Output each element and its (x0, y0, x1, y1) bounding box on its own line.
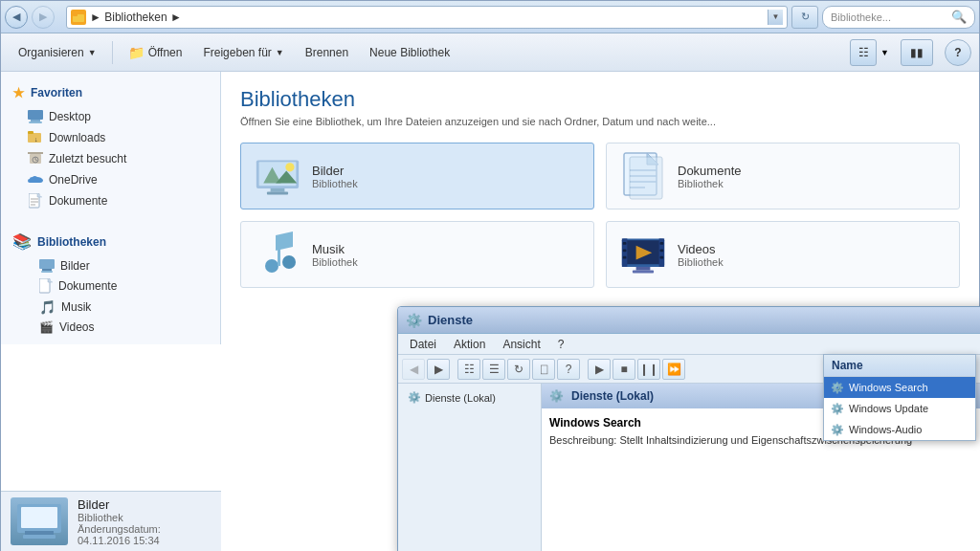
sidebar-item-zuletzt[interactable]: Zuletzt besucht (1, 148, 220, 169)
library-item-musik[interactable]: Musik Bibliothek (240, 221, 594, 288)
preview-date: Änderungsdatum: 04.11.2016 15:34 (78, 523, 212, 546)
title-bar: ◀ ▶ ► Bibliotheken ► ▼ ↻ Bibliotheke... … (1, 1, 979, 33)
d-back-button[interactable]: ◀ (402, 359, 425, 380)
menu-datei[interactable]: Datei (402, 336, 444, 353)
preview-name: Bilder (78, 497, 212, 512)
svg-rect-9 (28, 152, 43, 154)
bibliotheken-header[interactable]: 📚 Bibliotheken (1, 227, 220, 256)
sidebar-item-dokumente-bib[interactable]: Dokumente (1, 276, 220, 297)
library-item-dokumente[interactable]: Dokumente Bibliothek (606, 143, 960, 209)
sidebar-item-desktop[interactable]: Desktop (1, 106, 220, 127)
bilder-type: Bibliothek (312, 178, 358, 189)
musik-icon: 🎵 (39, 299, 56, 315)
sidebar-scroll: ★ Favoriten Desktop ↓ Downloads (1, 72, 221, 344)
service-list-item-1[interactable]: ⚙️ Windows Update (824, 398, 975, 419)
zuletzt-icon (28, 151, 43, 166)
dokumente-fav-label: Dokumente (49, 194, 107, 208)
desktop-icon (28, 109, 43, 124)
downloads-icon: ↓ (28, 130, 43, 145)
svg-point-29 (285, 163, 294, 171)
dienste-lokal-left-icon: ⚙️ (408, 391, 421, 404)
d-help-button[interactable]: ? (557, 359, 580, 380)
d-restart-button[interactable]: ⏩ (662, 359, 685, 380)
status-preview: Bilder Bibliothek Änderungsdatum: 04.11.… (11, 497, 212, 546)
star-icon: ★ (12, 85, 25, 100)
neue-bibliothek-button[interactable]: Neue Bibliothek (360, 38, 459, 67)
svg-rect-19 (41, 271, 53, 273)
favoriten-label: Favoriten (31, 86, 82, 99)
freigeben-dropdown-icon: ▼ (276, 48, 284, 57)
svg-rect-24 (23, 535, 56, 539)
library-item-videos[interactable]: Videos Bibliothek (606, 221, 960, 288)
bilder-info: Bilder Bibliothek (312, 164, 358, 189)
address-bar[interactable]: ► Bibliotheken ► ▼ (66, 6, 788, 29)
view-dropdown-icon[interactable]: ▼ (880, 48, 889, 57)
svg-rect-30 (271, 188, 285, 192)
d-stop-button[interactable]: ■ (612, 359, 635, 380)
view-toggle-button[interactable]: ☷ (850, 39, 877, 66)
refresh-button[interactable]: ↻ (791, 6, 818, 29)
sidebar-item-bilder[interactable]: Bilder (1, 256, 220, 276)
address-text: ► Bibliotheken ► (90, 11, 764, 24)
zuletzt-label: Zuletzt besucht (49, 152, 126, 165)
address-dropdown[interactable]: ▼ (768, 10, 783, 25)
d-refresh-button[interactable]: ↻ (507, 359, 530, 380)
dienste-title-bar: ⚙️ Dienste (398, 307, 980, 334)
d-desc-button[interactable]: ☰ (482, 359, 505, 380)
library-grid: Bilder Bibliothek (240, 143, 960, 288)
sidebar-item-videos[interactable]: 🎬 Videos (1, 318, 220, 337)
sidebar-item-onedrive[interactable]: OneDrive (1, 169, 220, 190)
dokumente-type: Bibliothek (678, 178, 741, 189)
oeffnen-button[interactable]: 📁 Öffnen (119, 38, 192, 67)
brennen-button[interactable]: Brennen (296, 38, 358, 67)
svg-rect-47 (623, 249, 627, 252)
dienste-lokal-left[interactable]: ⚙️ Dienste (Lokal) (404, 389, 535, 406)
svg-rect-1 (73, 13, 78, 16)
preview-pane-button[interactable]: ▮▮ (901, 39, 933, 66)
musik-type: Bibliothek (312, 256, 358, 268)
svg-rect-53 (636, 267, 651, 271)
d-list-button[interactable]: ☷ (457, 359, 480, 380)
organisieren-dropdown-icon: ▼ (88, 48, 97, 57)
d-forward-button[interactable]: ▶ (427, 359, 450, 380)
organisieren-button[interactable]: Organisieren ▼ (9, 38, 106, 67)
sidebar: ★ Favoriten Desktop ↓ Downloads (1, 72, 221, 551)
content-subtitle: Öffnen Sie eine Bibliothek, um Ihre Date… (240, 116, 960, 127)
sidebar-item-dokumente-fav[interactable]: Dokumente (1, 190, 220, 211)
menu-help[interactable]: ? (550, 336, 572, 353)
dokumente-bib-label: Dokumente (58, 279, 117, 293)
menu-aktion[interactable]: Aktion (446, 336, 493, 353)
service-list-item-2[interactable]: ⚙️ Windows-Audio (824, 419, 975, 440)
windows-search-label: Windows Search (849, 382, 928, 393)
videos-name: Videos (678, 242, 724, 256)
svg-rect-31 (267, 192, 288, 195)
svg-rect-23 (25, 531, 54, 535)
freigeben-button[interactable]: Freigeben für ▼ (193, 38, 293, 67)
dienste-right-header-label: Dienste (Lokal) (571, 389, 654, 403)
svg-rect-54 (633, 271, 654, 274)
sidebar-item-downloads[interactable]: ↓ Downloads (1, 127, 220, 148)
musik-icon-main (255, 231, 301, 277)
back-button[interactable]: ◀ (5, 6, 28, 29)
d-export-button[interactable]: ⎕ (532, 359, 555, 380)
d-pause-button[interactable]: ❙❙ (637, 359, 660, 380)
help-button[interactable]: ? (945, 39, 971, 66)
onedrive-label: OneDrive (49, 173, 98, 187)
service-list-item-0[interactable]: ⚙️ Windows Search (824, 377, 975, 398)
d-play-button[interactable]: ▶ (588, 359, 611, 380)
bibliotheken-section: 📚 Bibliotheken Bilder Dokumente 🎵 Musik (1, 219, 220, 344)
library-item-bilder[interactable]: Bilder Bibliothek (240, 143, 594, 209)
search-icon[interactable]: 🔍 (951, 10, 967, 24)
musik-sidebar-label: Musik (61, 300, 91, 314)
menu-ansicht[interactable]: Ansicht (495, 336, 547, 353)
svg-rect-50 (660, 249, 664, 252)
bilder-icon (255, 153, 301, 199)
sidebar-item-musik[interactable]: 🎵 Musik (1, 297, 220, 318)
forward-button[interactable]: ▶ (32, 6, 55, 29)
dienste-right-header-icon: ⚙️ (549, 389, 564, 403)
svg-rect-51 (660, 256, 664, 259)
bilder-name: Bilder (312, 164, 358, 178)
toolbar: Organisieren ▼ 📁 Öffnen Freigeben für ▼ … (1, 33, 979, 72)
favoriten-header[interactable]: ★ Favoriten (1, 79, 220, 106)
videos-icon-main (620, 231, 666, 277)
